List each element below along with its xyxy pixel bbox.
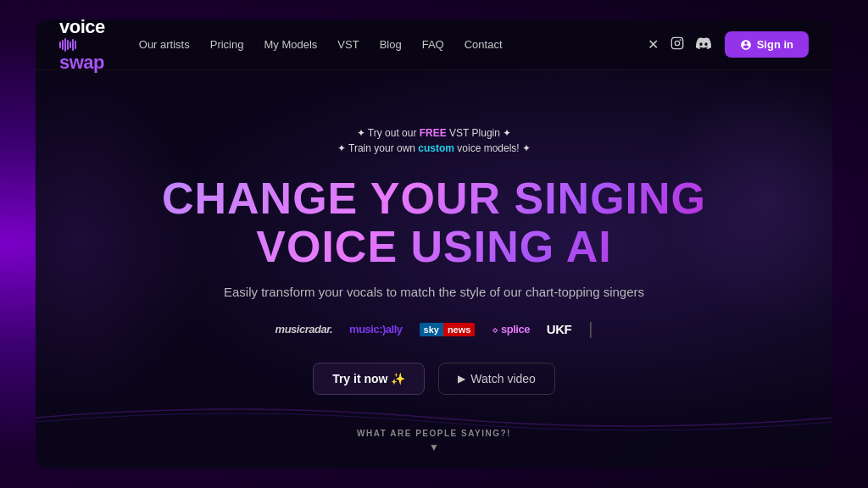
chevron-down-icon: ▼	[429, 441, 439, 453]
svg-point-2	[680, 40, 681, 41]
promo-banners: ✦ Try out our FREE VST Plugin ✦ ✦ Train …	[337, 127, 531, 154]
skynews-logo: sky news	[420, 323, 476, 336]
sign-in-button[interactable]: Sign in	[725, 31, 809, 58]
promo-vst: ✦ Try out our FREE VST Plugin ✦	[357, 127, 512, 139]
svg-point-1	[675, 41, 679, 45]
hero-title: CHANGE YOUR SINGING VOICE USING AI	[162, 175, 706, 271]
logo[interactable]: voice swap	[59, 19, 105, 74]
discord-icon[interactable]	[696, 37, 711, 53]
nav-link-my-models[interactable]: My Models	[264, 38, 317, 51]
svg-rect-0	[671, 37, 682, 48]
sign-in-icon	[740, 39, 752, 51]
promo-free-badge: FREE	[420, 127, 447, 139]
nav-link-vst[interactable]: VST	[337, 38, 359, 51]
instagram-icon[interactable]	[670, 36, 684, 53]
watch-video-button[interactable]: ▶ Watch video	[438, 363, 555, 395]
musicradar-logo: musicradar.	[275, 323, 333, 336]
musically-logo: music:)ally	[349, 323, 402, 336]
cta-buttons: Try it now ✨ ▶ Watch video	[313, 363, 555, 395]
navbar: voice swap Our artists Pricing My Models…	[36, 19, 832, 70]
promo-train: ✦ Train your own custom voice models! ✦	[337, 142, 531, 154]
social-icons: ✕	[648, 36, 711, 53]
logo-divider: |	[588, 319, 593, 339]
nav-links: Our artists Pricing My Models VST Blog F…	[139, 38, 648, 51]
try-now-button[interactable]: Try it now ✨	[313, 363, 425, 395]
promo-custom-badge: custom	[418, 142, 454, 154]
nav-link-blog[interactable]: Blog	[380, 38, 402, 51]
nav-link-our-artists[interactable]: Our artists	[139, 38, 190, 51]
ukf-logo: UKF	[547, 322, 571, 336]
splice-logo: ⬦ splice	[492, 323, 529, 336]
play-icon: ▶	[458, 373, 465, 385]
bottom-cta[interactable]: WHAT ARE PEOPLE SAYING?! ▼	[357, 429, 511, 453]
nav-link-contact[interactable]: Contact	[465, 38, 503, 51]
twitter-icon[interactable]: ✕	[648, 36, 659, 53]
bottom-cta-text: WHAT ARE PEOPLE SAYING?!	[357, 429, 511, 438]
logo-text: voice swap	[59, 19, 105, 74]
nav-link-faq[interactable]: FAQ	[422, 38, 444, 51]
nav-link-pricing[interactable]: Pricing	[210, 38, 244, 51]
hero-subtitle: Easily transform your vocals to match th…	[224, 285, 644, 299]
hero-section: ✦ Try out our FREE VST Plugin ✦ ✦ Train …	[36, 70, 832, 469]
brand-logos: musicradar. music:)ally sky news ⬦ splic…	[275, 319, 593, 339]
